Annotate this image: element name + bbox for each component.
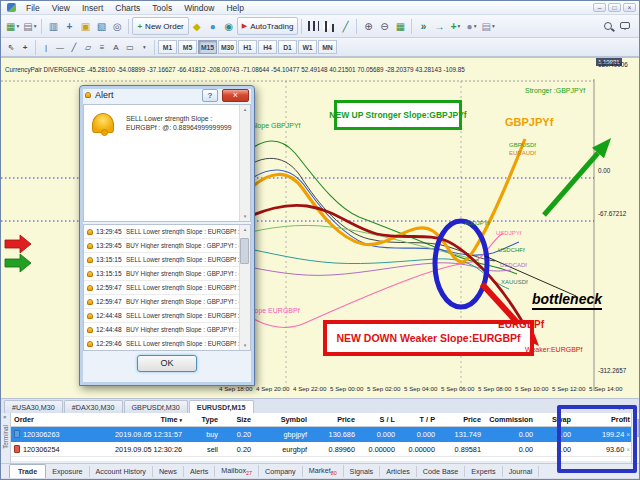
tab-exposure[interactable]: Exposure xyxy=(46,466,89,477)
col-type[interactable]: Type xyxy=(185,413,221,426)
alert-item[interactable]: 12:59:47SELL Lower strength Slope : EURG… xyxy=(84,281,250,295)
community-button[interactable]: ● xyxy=(205,17,221,35)
tab-signals[interactable]: Signals xyxy=(344,466,381,477)
timeframe-m1[interactable]: M1 xyxy=(158,40,177,54)
tile-windows-button[interactable]: ▦ xyxy=(392,17,408,35)
close-icon[interactable]: × xyxy=(623,3,636,12)
timeframe-m5[interactable]: M5 xyxy=(178,40,197,54)
alert-item[interactable]: 12:59:47BUY Higher strength Slope : GBPJ… xyxy=(84,295,250,309)
scroll-down-icon[interactable]: ▾ xyxy=(244,341,247,350)
chart-tab-eurusdf[interactable]: EURUSDf,M15 xyxy=(189,400,254,413)
timeframe-m15[interactable]: M15 xyxy=(198,40,217,54)
ok-button[interactable]: OK xyxy=(137,355,197,372)
tab-trade[interactable]: Trade xyxy=(9,464,46,478)
terminal-button[interactable]: ▧ xyxy=(93,17,109,35)
navigator-button[interactable]: ▣ xyxy=(77,17,93,35)
profiles-button[interactable]: ▤▾ xyxy=(21,17,38,35)
terminal-close-icon[interactable]: × xyxy=(3,414,7,420)
bar-chart-button[interactable] xyxy=(305,17,321,35)
col-commission[interactable]: Commission xyxy=(484,413,536,426)
restore-icon[interactable]: □ xyxy=(608,3,621,12)
periods-button[interactable]: ●▾ xyxy=(463,17,479,35)
menu-tools[interactable]: Tools xyxy=(146,3,178,13)
templates-button[interactable]: ▤▾ xyxy=(479,17,496,35)
text-tool-button[interactable]: A xyxy=(109,40,123,54)
minimize-icon[interactable]: – xyxy=(593,3,606,12)
alert-list[interactable]: 13:29:45SELL Lower strength Slope : EURG… xyxy=(83,224,251,351)
chart-tab-usa30[interactable]: #USA30,M30 xyxy=(4,400,63,413)
trendline-tool-button[interactable]: ╱ xyxy=(67,40,81,54)
col-time[interactable]: Time ▾ xyxy=(83,413,185,426)
zoom-in-button[interactable]: ⊕ xyxy=(360,17,376,35)
new-chart-button[interactable]: ▦▾ xyxy=(4,17,21,35)
search-icon[interactable] xyxy=(604,22,612,30)
line-chart-button[interactable]: ╱ xyxy=(337,17,353,35)
fibonacci-tool-button[interactable]: ≡ xyxy=(95,40,109,54)
tab-journal[interactable]: Journal xyxy=(503,466,540,477)
market-watch-button[interactable]: ▥ xyxy=(45,17,61,35)
scroll-up-icon[interactable]: ▴ xyxy=(244,225,247,234)
col-order[interactable]: Order xyxy=(11,413,83,426)
scroll-up-icon[interactable]: ▴ xyxy=(244,105,247,114)
col-tp[interactable]: T / P xyxy=(398,413,438,426)
tab-market[interactable]: Market80 xyxy=(303,465,344,477)
col-size[interactable]: Size xyxy=(221,413,254,426)
menu-insert[interactable]: Insert xyxy=(76,3,109,13)
alert-item[interactable]: 13:29:45SELL Lower strength Slope : EURG… xyxy=(84,225,250,239)
order-row[interactable]: 120306254 2019.09.05 12:30:26 sell 0.20 … xyxy=(11,442,631,457)
alert-item[interactable]: 12:29:46SELL Lower strength Slope : EURG… xyxy=(84,337,250,351)
alert-title-bar[interactable]: Alert ? × xyxy=(80,86,254,104)
tab-mailbox[interactable]: Mailbox27 xyxy=(215,465,259,477)
chart-tab-dax30[interactable]: #DAX30,M30 xyxy=(64,400,123,413)
col-sl[interactable]: S / L xyxy=(358,413,398,426)
chart-shift-button[interactable]: → xyxy=(431,17,447,35)
shapes-tool-button[interactable]: ▾ xyxy=(137,40,151,54)
indicators-button[interactable]: +▾ xyxy=(447,17,463,35)
tab-experts[interactable]: Experts xyxy=(465,466,502,477)
autotrading-button[interactable]: ▶AutoTrading xyxy=(237,17,299,35)
metaeditor-button[interactable]: ◆ xyxy=(189,17,205,35)
vline-tool-button[interactable]: | xyxy=(39,40,53,54)
menu-file[interactable]: File xyxy=(20,3,46,13)
timeframe-m30[interactable]: M30 xyxy=(218,40,237,54)
candlestick-button[interactable] xyxy=(321,17,337,35)
auto-scroll-button[interactable]: » xyxy=(415,17,431,35)
alert-item[interactable]: 12:44:48SELL Lower strength Slope : EURG… xyxy=(84,309,250,323)
timeframe-h4[interactable]: H4 xyxy=(258,40,277,54)
zoom-out-button[interactable]: ⊖ xyxy=(376,17,392,35)
timeframe-w1[interactable]: W1 xyxy=(298,40,317,54)
tab-articles[interactable]: Articles xyxy=(380,466,417,477)
channel-tool-button[interactable]: ▱ xyxy=(81,40,95,54)
label-tool-button[interactable]: ▭ xyxy=(123,40,137,54)
pointer-tool-button[interactable]: ⇖ xyxy=(4,40,18,54)
tab-alerts[interactable]: Alerts xyxy=(184,466,215,477)
alert-item[interactable]: 13:15:15SELL Lower strength Slope : EURG… xyxy=(84,253,250,267)
col-symbol[interactable]: Symbol xyxy=(254,413,310,426)
scroll-down-icon[interactable]: ▾ xyxy=(244,212,247,221)
menu-view[interactable]: View xyxy=(46,3,76,13)
data-window-button[interactable]: + xyxy=(61,17,77,35)
timeframe-d1[interactable]: D1 xyxy=(278,40,297,54)
tab-code-base[interactable]: Code Base xyxy=(417,466,466,477)
order-row-selected[interactable]: 120306263 2019.09.05 12:31:57 buy 0.20 g… xyxy=(11,427,631,442)
tab-news[interactable]: News xyxy=(153,466,184,477)
alert-item[interactable]: 13:15:15BUY Higher strength Slope : GBPJ… xyxy=(84,267,250,281)
scrollbar-thumb[interactable] xyxy=(240,238,249,264)
chat-icon[interactable] xyxy=(620,22,630,29)
timeframe-h1[interactable]: H1 xyxy=(238,40,257,54)
chart-tab-gbpusdf[interactable]: GBPUSDf,M30 xyxy=(124,400,188,413)
message-scrollbar[interactable]: ▴ ▾ xyxy=(239,105,250,221)
help-icon[interactable]: ? xyxy=(202,89,218,102)
alert-item[interactable]: 13:29:45BUY Higher strength Slope : GBPJ… xyxy=(84,239,250,253)
col-price-open[interactable]: Price xyxy=(310,413,358,426)
timeframe-mn[interactable]: MN xyxy=(318,40,337,54)
col-price-current[interactable]: Price xyxy=(438,413,484,426)
hline-tool-button[interactable]: — xyxy=(53,40,67,54)
crosshair-tool-button[interactable]: + xyxy=(18,40,32,54)
close-icon[interactable]: × xyxy=(222,89,249,102)
web-button[interactable]: ◉ xyxy=(221,17,237,35)
menu-charts[interactable]: Charts xyxy=(109,3,146,13)
new-order-button[interactable]: +New Order xyxy=(132,17,188,35)
tab-company[interactable]: Company xyxy=(259,466,303,477)
menu-help[interactable]: Help xyxy=(220,3,249,13)
